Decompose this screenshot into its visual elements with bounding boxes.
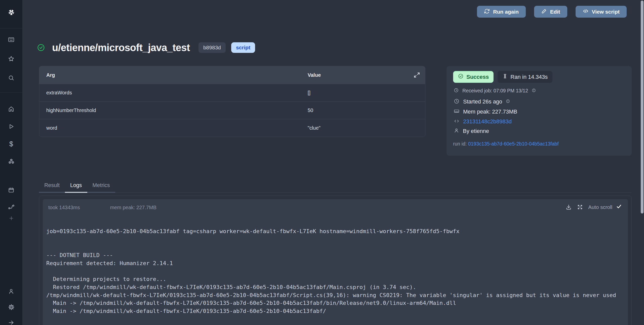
arg-value: [] [308,90,425,96]
checkmark-icon [616,204,622,210]
arg-name: extraWords [39,90,308,96]
author-text: By etienne [463,128,489,134]
run-again-label: Run again [493,9,519,15]
home-icon[interactable] [8,105,15,113]
tab-metrics[interactable]: Metrics [87,179,115,193]
clock-icon [454,98,460,105]
script-kind-badge: script [231,42,255,53]
table-row: highNumberThreshold 50 [39,101,425,119]
auto-scroll-toggle[interactable]: Auto scroll [588,204,622,210]
info-icon[interactable] [506,99,510,104]
status-row: Success Ran in 14.343s [453,71,552,83]
log-mem-peak: mem peak: 227.7MB [110,205,157,210]
success-check-circle-icon [37,43,45,52]
action-buttons: Run again Edit View script [477,6,627,18]
table-row: word "clue" [39,119,425,137]
view-script-label: View script [592,9,620,15]
variables-icon[interactable]: $ [8,140,15,148]
script-hash-row: 23131148c2b8983d [454,118,512,125]
job-title-row: u/etienne/microsoft_java_test b8983d scr… [37,40,255,55]
job-info-card: Success Ran in 14.343s Received job: 07:… [447,66,632,156]
check-circle-icon [458,73,464,81]
clock-icon [454,88,459,94]
code-icon [583,8,589,15]
log-took: took 14343ms [48,205,80,210]
info-icon[interactable] [532,88,536,94]
log-panel: took 14343ms mem peak: 227.7MB Auto scro… [43,199,628,325]
mem-peak-row: Mem peak: 227.73MB [454,108,517,115]
author-row: By etienne [454,128,489,134]
args-table: Arg Value extraWords [] highNumberThresh… [39,66,425,137]
edit-label: Edit [550,9,560,15]
args-table-header: Arg Value [39,66,425,84]
account-user-icon[interactable] [8,287,15,295]
sidebar-divider [0,28,23,28]
sidebar: $ [0,0,23,325]
arg-value: "clue" [308,125,425,131]
status-badge: Success [453,71,494,83]
download-logs-icon[interactable] [566,204,572,210]
run-id-link[interactable]: 0193c135-ab7d-60e5-2b10-04b5ac13fabf [468,141,559,147]
apps-icon[interactable] [8,36,15,43]
sidebar-divider [0,92,23,93]
run-id-row: run id: 0193c135-ab7d-60e5-2b10-04b5ac13… [453,141,559,147]
create-plus-icon[interactable] [8,214,15,222]
started-text: Started 26s ago [463,98,502,105]
tab-result[interactable]: Result [39,179,65,193]
duration-label: Ran in 14.343s [510,74,548,80]
log-controls: Auto scroll [566,204,622,210]
code-icon [454,118,460,125]
pencil-icon [541,8,547,15]
arg-value: 50 [308,107,425,113]
log-panel-container: took 14343ms mem peak: 227.7MB Auto scro… [39,196,632,325]
memory-chip-icon [454,108,460,115]
status-label: Success [466,74,489,80]
expand-args-icon[interactable] [414,72,420,78]
received-row: Received job: 07:09 PM 13/12 [454,88,536,94]
tab-logs[interactable]: Logs [65,179,87,193]
script-hash-link[interactable]: 23131148c2b8983d [463,118,512,125]
favorites-star-icon[interactable] [8,55,15,62]
schedules-icon[interactable] [8,186,15,194]
flows-icon[interactable] [8,203,15,211]
view-script-button[interactable]: View script [576,6,627,18]
value-column-header: Value [308,72,425,78]
user-icon [454,128,459,134]
page-title: u/etienne/microsoft_java_test [52,42,190,53]
run-again-button[interactable]: Run again [477,6,526,18]
edit-button[interactable]: Edit [534,6,567,18]
log-meta-row: took 14343ms mem peak: 227.7MB [48,205,156,210]
settings-gear-icon[interactable] [8,303,15,311]
windmill-logo-icon[interactable] [8,9,15,16]
runs-icon[interactable] [8,123,15,130]
table-row: extraWords [] [39,84,425,101]
arg-name: word [39,125,308,131]
started-row: Started 26s ago [454,98,510,105]
arg-column-header: Arg [39,72,308,78]
received-text: Received job: 07:09 PM 13/12 [462,88,528,94]
hourglass-icon [502,74,508,80]
expand-logs-icon[interactable] [577,204,583,210]
refresh-icon [484,8,490,15]
run-id-label: run id: [453,141,467,147]
collapse-sidebar-arrow-icon[interactable] [8,319,15,325]
search-icon[interactable] [8,74,15,82]
arg-name: highNumberThreshold [39,107,308,113]
log-content[interactable]: job=0193c135-ab7d-60e5-2b10-04b5ac13fabf… [46,227,628,325]
script-hash-badge: b8983d [198,42,226,53]
result-tabs: Result Logs Metrics [39,179,632,193]
duration-chip: Ran in 14.343s [498,71,552,83]
mem-peak-text: Mem peak: 227.73MB [463,109,517,115]
auto-scroll-label: Auto scroll [588,204,612,210]
resources-icon[interactable] [8,158,15,165]
page-scrollbar[interactable] [641,1,643,213]
